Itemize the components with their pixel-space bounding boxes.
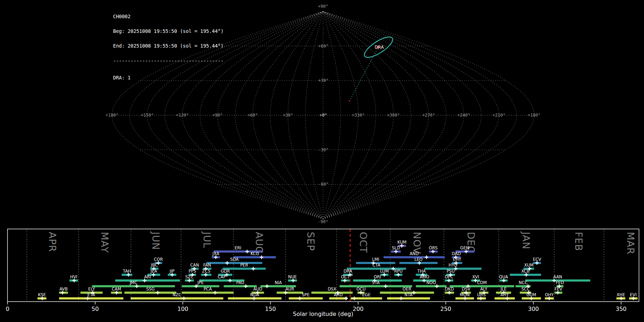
- shower-bar-JPE: [182, 285, 219, 287]
- shower-code-label: EHY: [453, 257, 462, 262]
- shower-code-label: SSG: [146, 287, 155, 292]
- plot-canvas: +90° -90° Solar longitude (deg) +180°+15…: [0, 0, 644, 322]
- shower-code-label: AUD: [253, 287, 262, 292]
- shower-code-label: CAP: [218, 274, 226, 279]
- shower-code-label: SDA: [230, 257, 239, 262]
- drift-end-marker: [349, 100, 350, 102]
- shower-bar-AUR: [277, 292, 303, 294]
- shower-code-label: XVI: [472, 274, 479, 279]
- axis-tick-label: 350: [616, 306, 627, 312]
- south-pole-label: -90°: [318, 219, 328, 224]
- month-label: SEP: [305, 232, 316, 251]
- shower-code-label: NDA: [250, 292, 259, 297]
- axis-tick-label: 150: [265, 306, 276, 312]
- shower-code-label: DPC: [445, 274, 453, 279]
- shower-code-label: COM: [477, 280, 487, 285]
- shower-code-label: FEV: [555, 287, 562, 292]
- shower-code-label: LEO: [414, 257, 423, 262]
- shower-code-label: JLE: [500, 287, 507, 292]
- month-label: JAN: [521, 231, 532, 249]
- app-canvas: CH0002 Beg: 20251008 19:55:50 (sol = 195…: [0, 0, 644, 322]
- month-label: OCT: [358, 232, 369, 253]
- shower-code-label: QUA: [499, 274, 508, 279]
- shower-code-label: GEM: [460, 245, 469, 250]
- shower-code-label: COR: [154, 257, 163, 262]
- month-label: JUL: [201, 231, 213, 248]
- shower-code-label: LUM: [380, 269, 389, 274]
- shower-bar-PAU: [224, 285, 257, 287]
- map-latitude-label: -60°: [318, 182, 329, 187]
- shower-code-label: OCT: [341, 274, 350, 279]
- shower-code-label: CAM: [112, 287, 121, 292]
- shower-code-label: XCB: [521, 269, 530, 274]
- shower-code-label: OCU: [356, 287, 366, 292]
- shower-bar-SSG: [125, 292, 176, 294]
- station-code: CH0002: [113, 14, 224, 19]
- month-label: MAY: [99, 232, 110, 253]
- shower-code-label: SZC: [185, 274, 194, 279]
- shower-code-label: ORI: [374, 274, 381, 279]
- shower-code-label: JIP: [169, 269, 175, 274]
- map-longitude-label: +240°: [457, 113, 470, 118]
- shower-code-label: FAN: [203, 263, 211, 268]
- sky-meridian: [288, 11, 323, 219]
- shower-code-label: PSU: [447, 269, 455, 274]
- axis-tick-label: 300: [528, 306, 539, 312]
- shower-bar-ARI: [115, 279, 180, 282]
- shower-code-label: DKD: [445, 287, 454, 292]
- shower-code-label: KSE: [38, 292, 46, 297]
- shower-code-label: OER: [402, 287, 411, 292]
- shower-code-label: ARD: [334, 292, 343, 297]
- shower-code-label: ECV: [533, 257, 541, 262]
- map-latitude-label: +60°: [318, 44, 329, 49]
- shower-code-label: AAN: [553, 274, 562, 279]
- shower-code-label: NOO: [426, 280, 436, 285]
- shower-bar-KCG: [234, 256, 276, 258]
- shower-code-label: ORS: [429, 245, 438, 250]
- shower-code-label: AHY: [501, 292, 509, 297]
- shower-bar-ETA: [59, 297, 123, 299]
- shower-bar-AHY: [494, 297, 515, 299]
- shower-bar-NTA: [387, 297, 430, 299]
- shower-code-label: URS: [477, 292, 486, 297]
- shower-code-label: XUM: [524, 263, 533, 268]
- shower-code-label: NCC: [519, 280, 528, 285]
- axis-tick-label: 200: [353, 306, 364, 312]
- shower-code-label: TAH: [123, 269, 131, 274]
- shower-code-label: DAD: [452, 251, 461, 256]
- shower-code-label: SLD: [392, 245, 400, 250]
- shower-code-label: SPE: [302, 292, 310, 297]
- shower-bar-NOO: [416, 285, 447, 287]
- shower-code-label: ZCS: [202, 269, 210, 274]
- shower-code-label: DRA: [343, 269, 352, 274]
- axis-tick-label: 0: [6, 306, 9, 312]
- observation-header: CH0002 Beg: 20251008 19:55:50 (sol = 195…: [113, 4, 224, 91]
- shower-code-label: KUM: [397, 240, 407, 245]
- map-longitude-label: +90°: [213, 113, 223, 118]
- shower-bar-DSX: [311, 292, 353, 294]
- shower-code-label: NZC: [172, 292, 181, 297]
- shower-bar-SPE: [289, 297, 323, 299]
- shower-code-label: KCG: [250, 251, 259, 256]
- shower-code-label: ETA: [87, 292, 95, 297]
- map-longitude-label: +330°: [352, 113, 365, 118]
- shower-code-label: AND: [410, 251, 419, 256]
- shower-code-label: AVB: [59, 287, 68, 292]
- shower-code-label: CAN: [190, 263, 199, 268]
- shower-code-label: PAU: [236, 280, 244, 285]
- shower-code-label: GUM: [526, 292, 536, 297]
- shower-code-label: PER: [240, 263, 248, 268]
- sky-meridian: [270, 11, 323, 219]
- map-longitude-label: +30°: [283, 113, 293, 118]
- shower-code-label: SCC: [521, 287, 530, 292]
- shower-code-label: EVI: [630, 292, 637, 297]
- shower-code-label: XHE: [616, 292, 625, 297]
- month-label: MAR: [625, 232, 636, 255]
- shower-code-label: JMC: [129, 280, 137, 285]
- shower-bar-SDA: [206, 262, 262, 264]
- map-longitude-label: +150°: [141, 113, 153, 118]
- shower-code-label: ELY: [88, 287, 95, 292]
- map-longitude-label: +300°: [387, 113, 400, 118]
- shower-code-label: HVI: [70, 274, 77, 279]
- shower-code-label: JBC: [151, 263, 158, 268]
